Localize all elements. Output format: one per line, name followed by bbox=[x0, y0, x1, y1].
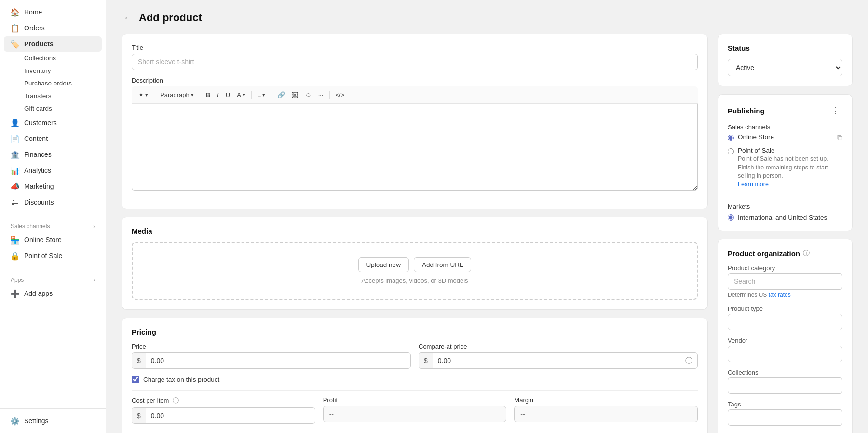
publishing-card: Publishing ⋮ Sales channels Online Store… bbox=[718, 94, 853, 231]
title-label: Title bbox=[132, 44, 698, 51]
status-card: Status Active Draft bbox=[718, 34, 853, 86]
sidebar-item-online-store[interactable]: 🏪 Online Store bbox=[4, 232, 102, 248]
cost-currency: $ bbox=[132, 408, 146, 423]
add-from-url-button[interactable]: Add from URL bbox=[414, 257, 472, 272]
upload-new-button[interactable]: Upload new bbox=[358, 257, 409, 272]
type-input[interactable] bbox=[728, 314, 842, 330]
toolbar-sep-4 bbox=[271, 91, 271, 99]
products-icon: 🏷️ bbox=[11, 40, 19, 48]
cost-input-wrap: $ bbox=[132, 407, 315, 424]
pos-radio[interactable] bbox=[728, 148, 734, 154]
sidebar-sub-item-collections[interactable]: Collections bbox=[4, 52, 102, 64]
sidebar-sub-item-inventory[interactable]: Inventory bbox=[4, 65, 102, 77]
publishing-header: Publishing ⋮ bbox=[728, 104, 842, 117]
sidebar-item-content[interactable]: 📄 Content bbox=[4, 131, 102, 146]
main-content: ← Add product Title Description ✦ ▾ Para… bbox=[106, 0, 868, 433]
price-input[interactable] bbox=[146, 353, 410, 368]
sidebar-sub-item-transfers[interactable]: Transfers bbox=[4, 90, 102, 102]
online-store-copy-icon: ⧉ bbox=[837, 133, 842, 142]
online-store-radio[interactable] bbox=[728, 135, 734, 141]
sales-channels-section-label: Sales channels › bbox=[0, 218, 106, 232]
content-sidebar: Status Active Draft Publishing ⋮ Sales c… bbox=[718, 34, 853, 433]
cost-input[interactable] bbox=[146, 408, 315, 423]
compare-price-currency: $ bbox=[419, 353, 433, 368]
category-group: Product category Determines US tax rates bbox=[728, 265, 842, 298]
title-card: Title Description ✦ ▾ Paragraph ▾ B I U … bbox=[122, 34, 708, 209]
tags-input[interactable] bbox=[728, 409, 842, 426]
tags-group: Tags bbox=[728, 401, 842, 426]
description-toolbar: ✦ ▾ Paragraph ▾ B I U A ▾ ≡ ▾ 🔗 🖼 ☺ bbox=[132, 86, 698, 104]
pricing-card: Pricing Price $ Compare-at price $ bbox=[122, 318, 708, 433]
sidebar-item-products[interactable]: 🏷️ Products bbox=[4, 36, 102, 52]
status-title: Status bbox=[728, 44, 842, 52]
back-button[interactable]: ← bbox=[122, 12, 134, 24]
type-group: Product type bbox=[728, 305, 842, 330]
charge-tax-label: Charge tax on this product bbox=[143, 376, 219, 383]
toolbar-color-btn[interactable]: A ▾ bbox=[234, 89, 248, 100]
sidebar-item-orders[interactable]: 📋 Orders bbox=[4, 20, 102, 36]
toolbar-bold-btn[interactable]: B bbox=[203, 89, 213, 100]
customers-icon: 👤 bbox=[11, 118, 19, 127]
toolbar-align-btn[interactable]: ≡ ▾ bbox=[255, 89, 269, 100]
toolbar-more-btn[interactable]: ··· bbox=[315, 89, 326, 100]
description-form-group: Description ✦ ▾ Paragraph ▾ B I U A ▾ ≡ … bbox=[132, 77, 698, 192]
tags-label: Tags bbox=[728, 401, 842, 408]
sidebar-sub-item-purchase-orders[interactable]: Purchase orders bbox=[4, 77, 102, 89]
toolbar-image-btn[interactable]: 🖼 bbox=[289, 89, 301, 100]
sidebar-item-settings[interactable]: ⚙️ Settings bbox=[4, 413, 102, 429]
description-textarea[interactable] bbox=[132, 104, 698, 191]
price-input-wrap: $ bbox=[132, 352, 411, 369]
toolbar-code-btn[interactable]: </> bbox=[333, 89, 348, 100]
collections-input[interactable] bbox=[728, 377, 842, 394]
profit-input[interactable] bbox=[323, 406, 507, 422]
sidebar-item-finances[interactable]: 🏦 Finances bbox=[4, 147, 102, 162]
product-org-card: Product organization ⓘ Product category … bbox=[718, 239, 853, 433]
price-currency: $ bbox=[132, 353, 146, 368]
media-drop-zone[interactable]: Upload new Add from URL Accepts images, … bbox=[132, 242, 698, 300]
tax-rates-link[interactable]: tax rates bbox=[769, 292, 791, 298]
toolbar-sep-1 bbox=[154, 91, 154, 99]
page-header: ← Add product bbox=[122, 12, 853, 24]
sidebar-item-marketing[interactable]: 📣 Marketing bbox=[4, 179, 102, 194]
toolbar-emoji-btn[interactable]: ☺ bbox=[302, 89, 314, 100]
toolbar-italic-btn[interactable]: I bbox=[214, 89, 222, 100]
pos-channel: Point of Sale Point of Sale has not been… bbox=[728, 147, 842, 189]
home-icon: 🏠 bbox=[11, 8, 19, 16]
sidebar-item-customers[interactable]: 👤 Customers bbox=[4, 115, 102, 130]
sidebar-item-home[interactable]: 🏠 Home bbox=[4, 4, 102, 20]
sidebar-sub-item-gift-cards[interactable]: Gift cards bbox=[4, 102, 102, 114]
media-note: Accepts images, videos, or 3D models bbox=[361, 277, 468, 284]
finances-icon: 🏦 bbox=[11, 150, 19, 159]
vendor-group: Vendor bbox=[728, 337, 842, 362]
sales-channels-chevron: › bbox=[93, 223, 95, 229]
category-label: Product category bbox=[728, 265, 842, 272]
category-search-input[interactable] bbox=[728, 273, 842, 290]
online-store-channel: Online Store ⧉ bbox=[728, 133, 842, 142]
margin-field: Margin bbox=[514, 396, 698, 424]
pricing-title: Pricing bbox=[132, 328, 698, 336]
charge-tax-checkbox[interactable] bbox=[132, 376, 139, 383]
apps-chevron: › bbox=[93, 277, 95, 283]
compare-price-input[interactable] bbox=[433, 353, 680, 368]
market-item-international: International and United States bbox=[728, 214, 842, 221]
status-select[interactable]: Active Draft bbox=[728, 59, 842, 76]
publishing-more-button[interactable]: ⋮ bbox=[828, 104, 842, 117]
sidebar-item-point-of-sale[interactable]: 🔒 Point of Sale bbox=[4, 248, 102, 264]
toolbar-paragraph-btn[interactable]: Paragraph ▾ bbox=[157, 89, 197, 100]
sidebar-item-analytics[interactable]: 📊 Analytics bbox=[4, 163, 102, 178]
toolbar-underline-btn[interactable]: U bbox=[223, 89, 233, 100]
compare-price-input-wrap: $ ⓘ bbox=[419, 352, 698, 369]
title-input[interactable] bbox=[132, 54, 698, 70]
pos-desc: Point of Sale has not been set up. Finis… bbox=[738, 155, 842, 189]
apps-section-label: Apps › bbox=[0, 272, 106, 285]
vendor-input[interactable] bbox=[728, 346, 842, 362]
toolbar-magic-btn[interactable]: ✦ ▾ bbox=[136, 89, 151, 100]
toolbar-link-btn[interactable]: 🔗 bbox=[274, 89, 288, 100]
sidebar-item-add-apps[interactable]: ➕ Add apps bbox=[4, 286, 102, 301]
sidebar-item-discounts[interactable]: 🏷 Discounts bbox=[4, 195, 102, 210]
markets-label: Markets bbox=[728, 203, 842, 210]
margin-input[interactable] bbox=[514, 406, 698, 422]
pos-learn-more-link[interactable]: Learn more bbox=[738, 181, 769, 188]
market-radio[interactable] bbox=[728, 214, 734, 221]
sidebar: 🏠 Home 📋 Orders 🏷️ Products Collections … bbox=[0, 0, 106, 433]
